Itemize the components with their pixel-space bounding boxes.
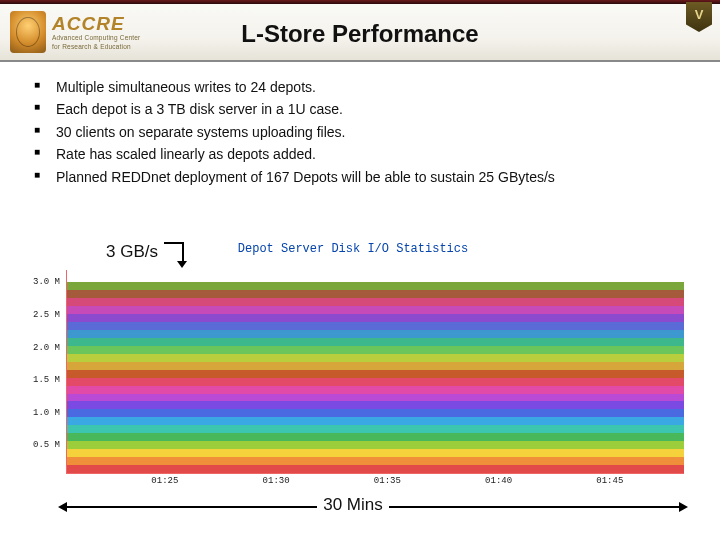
y-axis-ticks: 3.0 M2.5 M2.0 M1.5 M1.0 M0.5 M	[16, 270, 64, 474]
chart-series-band	[67, 441, 684, 449]
chart-series-band	[67, 394, 684, 402]
chart-series-band	[67, 401, 684, 409]
chart-plot-area	[66, 270, 684, 474]
chart-series-band	[67, 306, 684, 314]
callout-duration: 30 Mins	[16, 495, 690, 515]
chart-series-band	[67, 338, 684, 346]
crest-letter: V	[686, 2, 712, 22]
callout-rate-label: 3 GB/s	[106, 242, 158, 262]
crest-icon: V	[686, 2, 712, 32]
logo-mark-icon	[10, 11, 46, 53]
x-axis-ticks: 01:2501:3001:3501:4001:45	[66, 476, 684, 490]
chart-series-band	[67, 409, 684, 417]
logo-subtitle-1: Advanced Computing Center	[52, 35, 140, 42]
x-tick-label: 01:40	[485, 476, 512, 486]
chart-series-band	[67, 362, 684, 370]
y-tick-label: 1.5 M	[33, 375, 60, 385]
chart-series-band	[67, 290, 684, 298]
list-item: Rate has scaled linearly as depots added…	[34, 143, 698, 165]
chart-series-band	[67, 433, 684, 441]
logo-text: ACCRE Advanced Computing Center for Rese…	[52, 14, 140, 50]
chart-series-band	[67, 449, 684, 457]
chart-series-band	[67, 330, 684, 338]
logo-name: ACCRE	[52, 14, 140, 33]
chart-container: Depot Server Disk I/O Statistics 3 GB/s …	[16, 242, 690, 512]
chart-series-band	[67, 314, 684, 322]
logo-subtitle-2: for Research & Education	[52, 44, 140, 51]
chart-series-band	[67, 425, 684, 433]
chart-series-band	[67, 282, 684, 290]
list-item: 30 clients on separate systems uploading…	[34, 121, 698, 143]
callout-rate: 3 GB/s	[106, 242, 184, 262]
bullet-list: Multiple simultaneous writes to 24 depot…	[22, 76, 698, 188]
x-tick-label: 01:45	[596, 476, 623, 486]
x-tick-label: 01:35	[374, 476, 401, 486]
x-tick-label: 01:30	[263, 476, 290, 486]
chart-series-band	[67, 298, 684, 306]
list-item: Multiple simultaneous writes to 24 depot…	[34, 76, 698, 98]
arrow-down-icon	[164, 242, 184, 262]
logo: ACCRE Advanced Computing Center for Rese…	[0, 7, 150, 57]
slide-header: ACCRE Advanced Computing Center for Rese…	[0, 4, 720, 62]
list-item: Planned REDDnet deployment of 167 Depots…	[34, 166, 698, 188]
chart-series-band	[67, 386, 684, 394]
y-tick-label: 0.5 M	[33, 440, 60, 450]
chart-series-band	[67, 417, 684, 425]
chart-series-band	[67, 457, 684, 465]
list-item: Each depot is a 3 TB disk server in a 1U…	[34, 98, 698, 120]
y-tick-label: 2.0 M	[33, 343, 60, 353]
callout-duration-label: 30 Mins	[317, 495, 389, 514]
y-tick-label: 2.5 M	[33, 310, 60, 320]
chart-series-band	[67, 354, 684, 362]
y-tick-label: 1.0 M	[33, 408, 60, 418]
slide-body: Multiple simultaneous writes to 24 depot…	[0, 62, 720, 188]
chart-series-band	[67, 378, 684, 386]
chart-series-band	[67, 346, 684, 354]
chart-series-band	[67, 465, 684, 473]
y-tick-label: 3.0 M	[33, 277, 60, 287]
chart-series-band	[67, 322, 684, 330]
x-tick-label: 01:25	[151, 476, 178, 486]
chart-series-band	[67, 370, 684, 378]
